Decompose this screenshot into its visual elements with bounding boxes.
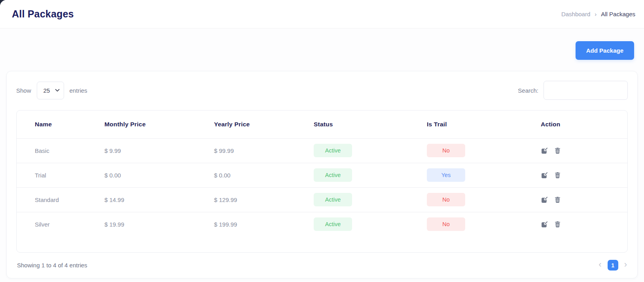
trash-icon[interactable] (553, 220, 561, 228)
page: All Packages Dashboard › All Packages Ad… (0, 0, 644, 282)
breadcrumb: Dashboard › All Packages (561, 11, 635, 17)
package-name: Standard (17, 187, 104, 212)
packages-card: Show 25 entries Search: (6, 71, 638, 278)
is-trail-badge: No (427, 144, 465, 157)
column-header-monthly-price: Monthly Price (104, 111, 214, 138)
entries-label: entries (70, 87, 87, 94)
entries-info: Showing 1 to 4 of 4 entries (17, 262, 87, 269)
edit-icon[interactable] (541, 220, 549, 228)
column-header-is-trail: Is Trail (427, 111, 541, 138)
column-header-status: Status (314, 111, 427, 138)
edit-icon[interactable] (541, 196, 549, 204)
status-badge: Active (314, 144, 352, 157)
package-name: Basic (17, 138, 104, 163)
package-name: Trial (17, 163, 104, 187)
trash-icon[interactable] (553, 171, 561, 179)
table-controls: Show 25 entries Search: (16, 81, 628, 100)
packages-table: Name Monthly Price Yearly Price Status I… (17, 111, 627, 236)
search-input[interactable] (544, 81, 628, 100)
toolbar: Add Package (0, 29, 644, 60)
trash-icon[interactable] (553, 196, 561, 204)
page-length-control: Show 25 entries (16, 82, 87, 99)
page-length-select[interactable]: 25 (37, 82, 64, 99)
table-row: Standard $ 14.99 $ 129.99 Active No (17, 187, 627, 212)
monthly-price: $ 14.99 (104, 187, 214, 212)
status-badge: Active (314, 193, 352, 206)
yearly-price: $ 129.99 (214, 187, 314, 212)
table-row: Basic $ 9.99 $ 99.99 Active No (17, 138, 627, 163)
table-footer: Showing 1 to 4 of 4 entries ‹ 1 › (16, 260, 628, 271)
pagination-next-icon[interactable]: › (624, 260, 627, 270)
breadcrumb-item-all-packages: All Packages (601, 11, 635, 17)
column-header-name: Name (17, 111, 104, 138)
show-label: Show (16, 87, 31, 94)
yearly-price: $ 99.99 (214, 138, 314, 163)
table-header-row: Name Monthly Price Yearly Price Status I… (17, 111, 627, 138)
pagination: ‹ 1 › (599, 260, 627, 271)
package-name: Silver (17, 212, 104, 236)
edit-icon[interactable] (541, 171, 549, 179)
status-badge: Active (314, 217, 352, 231)
monthly-price: $ 19.99 (104, 212, 214, 236)
chevron-right-icon: › (595, 11, 597, 17)
status-badge: Active (314, 168, 352, 182)
is-trail-badge: No (427, 193, 465, 206)
table-row: Silver $ 19.99 $ 199.99 Active No (17, 212, 627, 236)
page-length-select-wrap: 25 (37, 82, 64, 99)
add-package-button[interactable]: Add Package (576, 41, 634, 60)
search-control: Search: (518, 81, 628, 100)
monthly-price: $ 9.99 (104, 138, 214, 163)
table-row: Trial $ 0.00 $ 0.00 Active Yes (17, 163, 627, 187)
breadcrumb-item-dashboard[interactable]: Dashboard (561, 11, 590, 17)
column-header-yearly-price: Yearly Price (214, 111, 314, 138)
pagination-page-1[interactable]: 1 (608, 260, 618, 271)
yearly-price: $ 199.99 (214, 212, 314, 236)
yearly-price: $ 0.00 (214, 163, 314, 187)
page-header: All Packages Dashboard › All Packages (0, 0, 644, 29)
is-trail-badge: No (427, 217, 465, 231)
monthly-price: $ 0.00 (104, 163, 214, 187)
edit-icon[interactable] (541, 147, 549, 154)
trash-icon[interactable] (553, 147, 561, 154)
is-trail-badge: Yes (427, 168, 465, 182)
page-title: All Packages (12, 8, 74, 20)
pagination-prev-icon[interactable]: ‹ (599, 260, 601, 270)
column-header-action: Action (541, 111, 627, 138)
search-label: Search: (518, 87, 538, 94)
packages-table-wrap: Name Monthly Price Yearly Price Status I… (16, 110, 628, 253)
